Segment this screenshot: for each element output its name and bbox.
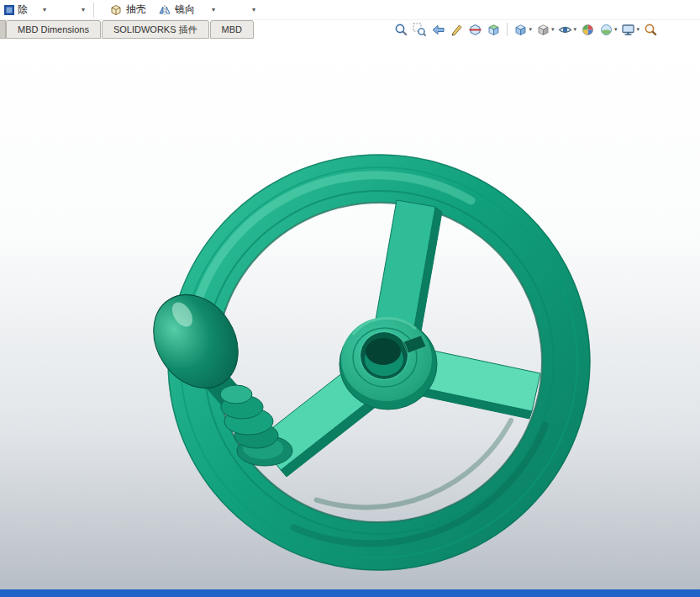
mirror-button[interactable]: 镜向 bbox=[154, 1, 199, 18]
view-orientation-icon bbox=[513, 23, 528, 37]
command-bar: 除 ▾ ▾ 抽壳 镜向 ▾ ▾ bbox=[0, 0, 700, 20]
partial-delete-button[interactable]: 除 bbox=[0, 1, 32, 18]
headsup-view-toolbar: ▾ ▾ ▾ bbox=[392, 20, 660, 39]
hide-show-items-button[interactable]: ▾ bbox=[556, 22, 578, 38]
tab-label: SOLIDWORKS 插件 bbox=[113, 24, 197, 36]
view-settings-button[interactable]: ▾ bbox=[619, 22, 641, 38]
previous-view-icon bbox=[431, 23, 445, 37]
apply-scene-button[interactable]: ▾ bbox=[597, 22, 619, 38]
magnify-button[interactable] bbox=[642, 22, 660, 38]
dropdown-arrow-button[interactable]: ▾ bbox=[77, 3, 89, 16]
previous-view-button[interactable] bbox=[429, 22, 447, 38]
partial-delete-label: 除 bbox=[18, 3, 28, 17]
commandmanager-tab-bar: MBD Dimensions SOLIDWORKS 插件 MBD bbox=[0, 20, 700, 39]
dynamic-annotation-views-icon bbox=[487, 23, 501, 37]
separator bbox=[507, 23, 508, 36]
graphics-area[interactable] bbox=[0, 39, 700, 589]
edit-appearance-button[interactable] bbox=[579, 22, 597, 38]
zoom-to-area-icon bbox=[413, 23, 427, 37]
section-view-icon bbox=[468, 23, 482, 37]
zoom-to-area-button[interactable] bbox=[411, 22, 429, 38]
edit-appearance-icon bbox=[581, 23, 595, 37]
view-settings-icon bbox=[621, 23, 635, 37]
dropdown-arrow-button[interactable]: ▾ bbox=[248, 3, 260, 16]
shell-label: 抽壳 bbox=[126, 3, 146, 17]
tab-label: MBD Dimensions bbox=[18, 24, 89, 34]
dropdown-caret[interactable]: ▾ bbox=[636, 26, 639, 33]
tab-mbd-dimensions[interactable]: MBD Dimensions bbox=[6, 20, 101, 39]
separator bbox=[93, 3, 94, 18]
dropdown-caret[interactable]: ▾ bbox=[551, 26, 555, 33]
dropdown-caret[interactable]: ▾ bbox=[614, 26, 618, 33]
zoom-to-fit-icon bbox=[394, 23, 408, 37]
hide-show-items-icon bbox=[558, 23, 572, 37]
display-style-icon bbox=[536, 23, 550, 37]
dropdown-arrow-button[interactable]: ▾ bbox=[39, 3, 50, 16]
shell-icon bbox=[109, 3, 123, 17]
hub[interactable] bbox=[339, 317, 437, 409]
apply-scene-icon bbox=[599, 23, 613, 37]
mirror-icon bbox=[158, 3, 171, 17]
display-style-button[interactable]: ▾ bbox=[534, 22, 556, 38]
zoom-to-fit-button[interactable] bbox=[392, 22, 410, 38]
section-view-button[interactable] bbox=[466, 22, 484, 38]
dropdown-caret[interactable]: ▾ bbox=[573, 26, 576, 33]
tab-mbd[interactable]: MBD bbox=[210, 20, 254, 39]
mirror-label: 镜向 bbox=[175, 3, 195, 17]
magnify-icon bbox=[644, 23, 658, 37]
tab-solidworks-addins[interactable]: SOLIDWORKS 插件 bbox=[102, 20, 209, 39]
tab-label: MBD bbox=[222, 24, 242, 34]
shell-button[interactable]: 抽壳 bbox=[105, 1, 150, 18]
dropdown-caret[interactable]: ▾ bbox=[529, 26, 532, 33]
delete-face-icon bbox=[4, 5, 14, 15]
view-orientation-button[interactable]: ▾ bbox=[512, 22, 534, 38]
measure-button[interactable] bbox=[448, 22, 466, 38]
dynamic-annotation-views-button[interactable] bbox=[485, 22, 503, 38]
measure-icon bbox=[450, 23, 464, 37]
dropdown-arrow-button[interactable]: ▾ bbox=[208, 3, 219, 16]
handwheel-model[interactable] bbox=[0, 39, 700, 589]
status-strip bbox=[0, 589, 700, 597]
partial-tab[interactable] bbox=[0, 20, 6, 39]
